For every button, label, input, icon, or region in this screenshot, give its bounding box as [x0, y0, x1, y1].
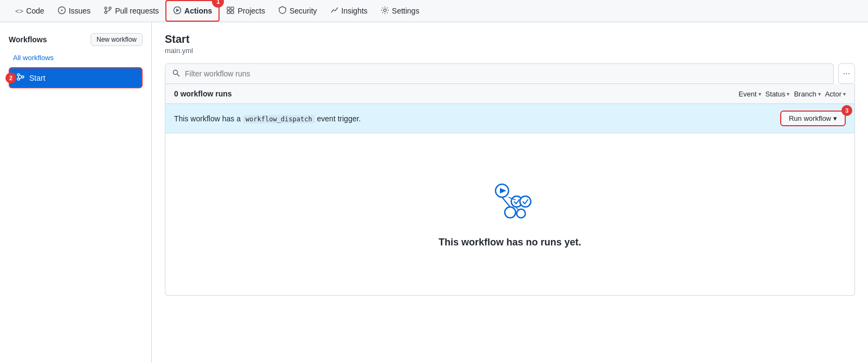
svg-point-2	[105, 7, 107, 9]
nav-item-settings[interactable]: Settings	[374, 0, 426, 22]
nav-item-issues[interactable]: Issues	[51, 0, 97, 22]
new-workflow-button[interactable]: New workflow	[91, 33, 143, 46]
status-label: Status	[766, 90, 786, 98]
nav-label-security: Security	[290, 7, 317, 15]
code-icon: <>	[15, 7, 23, 15]
branch-label: Branch	[794, 90, 816, 98]
actor-filter[interactable]: Actor ▾	[825, 90, 846, 98]
nav-label-actions: Actions	[184, 7, 212, 15]
dispatch-text: This workflow has a workflow_dispatch ev…	[174, 114, 361, 123]
issues-icon	[57, 6, 66, 16]
insights-icon	[330, 6, 339, 16]
run-workflow-label: Run workflow	[789, 114, 831, 122]
branch-dropdown-arrow: ▾	[818, 91, 821, 97]
settings-icon	[381, 6, 389, 16]
nav-item-insights[interactable]: Insights	[324, 0, 374, 22]
svg-point-19	[173, 70, 178, 74]
status-dropdown-arrow: ▾	[787, 91, 789, 97]
search-icon	[172, 69, 181, 79]
pull-requests-icon	[104, 6, 112, 16]
svg-line-17	[20, 75, 22, 76]
nav-item-actions[interactable]: Actions 1	[165, 0, 220, 22]
nav-label-projects: Projects	[237, 7, 265, 15]
event-filter[interactable]: Event ▾	[738, 90, 761, 98]
annotation-badge-2: 2	[5, 73, 16, 83]
nav-label-settings: Settings	[392, 7, 420, 15]
svg-marker-7	[176, 9, 179, 12]
projects-icon	[226, 6, 235, 16]
svg-point-12	[383, 9, 386, 11]
content-area: Start main.yml ··· 0 workflow runs Event…	[152, 22, 868, 363]
nav-label-issues: Issues	[69, 7, 91, 15]
actions-icon	[173, 6, 182, 16]
svg-point-4	[109, 7, 111, 9]
dispatch-text-before: This workflow has a	[174, 114, 241, 123]
top-nav: <> Code Issues Pull requests Actions 1 P…	[0, 0, 868, 22]
actor-label: Actor	[825, 90, 841, 98]
svg-point-3	[105, 11, 107, 14]
svg-point-14	[17, 78, 20, 80]
empty-state: This workflow has no runs yet.	[165, 133, 855, 296]
filter-bar	[165, 63, 834, 84]
workflow-icon	[16, 73, 25, 83]
sidebar: Workflows New workflow All workflows Sta…	[0, 22, 152, 363]
nav-label-code: Code	[26, 7, 44, 15]
svg-point-15	[22, 76, 24, 78]
content-subtitle: main.yml	[165, 47, 855, 55]
svg-line-20	[177, 74, 180, 76]
run-workflow-button[interactable]: Run workflow ▾	[780, 111, 846, 126]
dispatch-code: workflow_dispatch	[243, 115, 315, 124]
status-filter[interactable]: Status ▾	[766, 90, 790, 98]
content-title: Start	[165, 33, 855, 46]
nav-label-pull-requests: Pull requests	[115, 7, 159, 15]
svg-point-1	[61, 9, 62, 11]
svg-line-18	[20, 77, 22, 79]
svg-rect-10	[227, 11, 230, 14]
nav-item-projects[interactable]: Projects	[220, 0, 272, 22]
dispatch-banner: This workflow has a workflow_dispatch ev…	[165, 104, 855, 133]
workflow-label: Start	[29, 74, 46, 82]
nav-label-insights: Insights	[342, 7, 368, 15]
all-workflows-link[interactable]: All workflows	[9, 53, 143, 63]
event-label: Event	[738, 90, 756, 98]
svg-point-25	[505, 207, 516, 218]
runs-header: 0 workflow runs Event ▾ Status ▾ Branch …	[165, 84, 855, 104]
actor-dropdown-arrow: ▾	[843, 91, 846, 97]
annotation-badge-3: 3	[841, 105, 852, 116]
workflow-illustration	[488, 181, 532, 226]
content-header: Start main.yml	[165, 33, 855, 55]
empty-message: This workflow has no runs yet.	[439, 237, 581, 248]
branch-filter[interactable]: Branch ▾	[794, 90, 820, 98]
svg-rect-11	[231, 11, 234, 14]
run-workflow-arrow: ▾	[833, 114, 837, 122]
main-layout: Workflows New workflow All workflows Sta…	[0, 22, 868, 363]
event-dropdown-arrow: ▾	[758, 91, 761, 97]
security-icon	[278, 6, 287, 16]
more-options-button[interactable]: ···	[838, 63, 855, 84]
svg-rect-8	[227, 7, 230, 10]
svg-rect-9	[231, 7, 234, 10]
workflow-item-start[interactable]: Start 2	[9, 67, 143, 88]
filter-input[interactable]	[185, 69, 827, 78]
nav-item-security[interactable]: Security	[272, 0, 324, 22]
sidebar-title: Workflows	[9, 35, 47, 44]
svg-point-13	[17, 74, 20, 76]
nav-item-pull-requests[interactable]: Pull requests	[97, 0, 165, 22]
sidebar-header: Workflows New workflow	[9, 33, 143, 46]
svg-point-24	[520, 196, 531, 207]
runs-count: 0 workflow runs	[174, 89, 232, 98]
svg-line-27	[502, 197, 510, 207]
nav-item-code[interactable]: <> Code	[9, 0, 51, 22]
runs-filters: Event ▾ Status ▾ Branch ▾ Actor ▾	[738, 90, 846, 98]
svg-point-26	[517, 209, 525, 218]
dispatch-text-after: event trigger.	[317, 114, 361, 123]
